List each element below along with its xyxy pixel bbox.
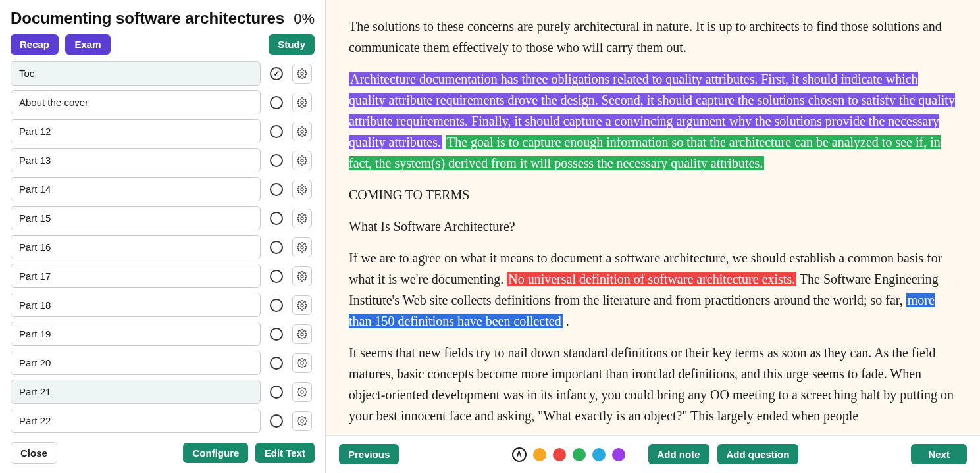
svg-point-0 bbox=[301, 72, 303, 75]
svg-point-1 bbox=[301, 101, 303, 104]
color-swatch[interactable] bbox=[573, 448, 586, 461]
color-swatch[interactable] bbox=[553, 448, 566, 461]
gear-icon[interactable] bbox=[292, 324, 312, 344]
circle-icon[interactable] bbox=[270, 299, 283, 312]
part-item[interactable]: Part 19 bbox=[11, 322, 261, 346]
svg-point-3 bbox=[301, 159, 303, 162]
circle-icon[interactable] bbox=[270, 96, 283, 109]
main: The solutions to these concerns are pure… bbox=[326, 0, 980, 473]
add-question-button[interactable]: Add question bbox=[717, 444, 799, 464]
circle-icon[interactable] bbox=[270, 414, 283, 428]
progress-percent: 0% bbox=[294, 11, 315, 28]
gear-icon[interactable] bbox=[292, 180, 312, 199]
gear-icon[interactable] bbox=[292, 93, 312, 112]
gear-icon[interactable] bbox=[292, 353, 312, 373]
part-item[interactable]: Part 17 bbox=[11, 264, 261, 288]
circle-icon[interactable] bbox=[270, 183, 283, 196]
gear-icon[interactable] bbox=[292, 151, 312, 170]
part-row: Part 13 bbox=[11, 148, 312, 172]
part-item[interactable]: Part 22 bbox=[11, 409, 261, 433]
circle-icon[interactable] bbox=[270, 212, 283, 225]
parts-list[interactable]: Toc✓About the coverPart 12Part 13Part 14… bbox=[11, 61, 315, 433]
part-item[interactable]: Part 20 bbox=[11, 351, 261, 375]
gear-icon[interactable] bbox=[292, 266, 312, 286]
sidebar-toolbar: Recap Exam Study bbox=[11, 34, 315, 55]
part-item[interactable]: Part 12 bbox=[11, 119, 261, 143]
part-item[interactable]: Part 14 bbox=[11, 177, 261, 201]
previous-button[interactable]: Previous bbox=[339, 444, 399, 464]
part-item[interactable]: Toc bbox=[11, 61, 261, 86]
part-row: Part 18 bbox=[11, 293, 312, 317]
part-row: Part 19 bbox=[11, 322, 312, 346]
gear-icon[interactable] bbox=[292, 237, 312, 257]
part-row: Part 20 bbox=[11, 351, 312, 375]
circle-icon[interactable] bbox=[270, 154, 283, 167]
svg-point-8 bbox=[301, 304, 303, 307]
part-item[interactable]: About the cover bbox=[11, 90, 261, 114]
study-button[interactable]: Study bbox=[269, 34, 315, 55]
circle-icon[interactable] bbox=[270, 328, 283, 341]
gear-icon[interactable] bbox=[292, 295, 312, 315]
part-row: About the cover bbox=[11, 90, 312, 114]
circle-icon[interactable] bbox=[270, 270, 283, 283]
paragraph: It seems that new fields try to nail dow… bbox=[349, 342, 958, 426]
add-note-button[interactable]: Add note bbox=[648, 444, 709, 464]
part-row: Part 15 bbox=[11, 206, 312, 230]
svg-point-11 bbox=[301, 391, 303, 393]
svg-point-10 bbox=[301, 362, 303, 364]
pen-icon[interactable]: A bbox=[512, 447, 527, 462]
content-pane[interactable]: The solutions to these concerns are pure… bbox=[326, 0, 980, 435]
text-run: . bbox=[566, 314, 569, 328]
paragraph: The solutions to these concerns are pure… bbox=[349, 16, 958, 58]
color-swatch[interactable] bbox=[592, 448, 606, 461]
part-row: Part 21 bbox=[11, 380, 312, 404]
check-circle-icon[interactable]: ✓ bbox=[270, 67, 283, 80]
part-item[interactable]: Part 13 bbox=[11, 148, 261, 172]
part-item[interactable]: Part 15 bbox=[11, 206, 261, 230]
svg-point-2 bbox=[301, 130, 303, 133]
svg-point-9 bbox=[301, 333, 303, 336]
circle-icon[interactable] bbox=[270, 386, 283, 399]
gear-icon[interactable] bbox=[292, 122, 312, 141]
part-row: Part 17 bbox=[11, 264, 312, 288]
recap-button[interactable]: Recap bbox=[11, 34, 59, 55]
svg-point-4 bbox=[301, 188, 303, 191]
circle-icon[interactable] bbox=[270, 357, 283, 370]
paragraph: Architecture documentation has three obl… bbox=[349, 68, 958, 174]
page-title: Documenting software architectures bbox=[11, 9, 284, 28]
part-row: Part 16 bbox=[11, 235, 312, 259]
gear-icon[interactable] bbox=[292, 382, 312, 402]
part-row: Part 22 bbox=[11, 409, 312, 433]
close-button[interactable]: Close bbox=[11, 442, 57, 464]
paragraph: If we are to agree on what it means to d… bbox=[349, 247, 958, 332]
highlight-tools: A bbox=[512, 447, 636, 462]
sidebar-footer: Close Configure Edit Text bbox=[11, 433, 315, 473]
part-row: Toc✓ bbox=[11, 61, 312, 86]
color-swatch[interactable] bbox=[612, 448, 625, 461]
exam-button[interactable]: Exam bbox=[65, 34, 110, 55]
circle-icon[interactable] bbox=[270, 125, 283, 138]
part-row: Part 14 bbox=[11, 177, 312, 201]
section-heading: COMING TO TERMS bbox=[349, 184, 958, 205]
part-item[interactable]: Part 21 bbox=[11, 380, 261, 404]
gear-icon[interactable] bbox=[292, 209, 312, 228]
next-button[interactable]: Next bbox=[911, 444, 967, 464]
sidebar-header: Documenting software architectures 0% bbox=[11, 9, 315, 28]
sidebar: Documenting software architectures 0% Re… bbox=[0, 0, 326, 473]
subsection-heading: What Is Software Architecture? bbox=[349, 216, 958, 237]
part-row: Part 12 bbox=[11, 119, 312, 143]
part-item[interactable]: Part 16 bbox=[11, 235, 261, 259]
part-item[interactable]: Part 18 bbox=[11, 293, 261, 317]
color-swatch[interactable] bbox=[533, 448, 546, 461]
svg-point-7 bbox=[301, 275, 303, 278]
svg-point-5 bbox=[301, 217, 303, 220]
gear-icon[interactable] bbox=[292, 411, 312, 431]
bottom-bar: Previous A Add note Add question Next bbox=[326, 435, 980, 473]
circle-icon[interactable] bbox=[270, 241, 283, 254]
svg-point-6 bbox=[301, 246, 303, 249]
svg-point-12 bbox=[301, 420, 303, 422]
configure-button[interactable]: Configure bbox=[183, 443, 248, 463]
highlight-red[interactable]: No universal definition of software arch… bbox=[507, 272, 796, 286]
edit-text-button[interactable]: Edit Text bbox=[255, 443, 315, 463]
gear-icon[interactable] bbox=[292, 64, 312, 84]
